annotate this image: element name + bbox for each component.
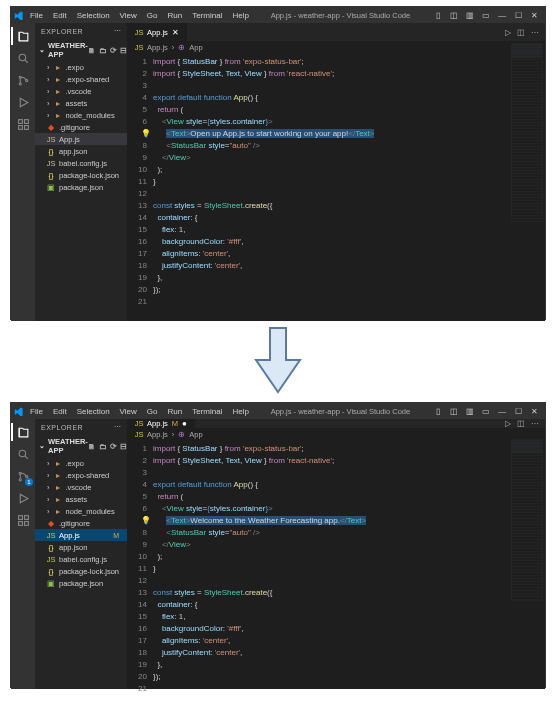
tree-item[interactable]: JS babel.config.js (35, 157, 127, 169)
run-debug-icon[interactable] (16, 491, 30, 505)
menu-item[interactable]: View (115, 11, 142, 20)
more-actions-icon[interactable]: ⋯ (531, 419, 539, 428)
close-tab-icon[interactable]: ✕ (172, 28, 179, 37)
tree-item[interactable]: JS App.js M (35, 529, 127, 541)
code-area[interactable]: 123456789101112131415161718192021import … (127, 441, 545, 694)
menu-item[interactable]: Edit (48, 11, 72, 20)
search-icon[interactable] (16, 447, 30, 461)
tree-item[interactable]: ▣ package.json (35, 577, 127, 589)
line-numbers: 123456789101112131415161718192021 (127, 441, 153, 694)
tree-item[interactable]: › ▸ node_modules (35, 505, 127, 517)
tree-item[interactable]: › ▸ assets (35, 97, 127, 109)
explorer-icon[interactable] (16, 29, 30, 43)
breadcrumb-item[interactable]: App (189, 430, 202, 439)
menu-item[interactable]: Help (227, 407, 253, 416)
source-control-icon[interactable] (16, 73, 30, 87)
menu-item[interactable]: Go (142, 11, 163, 20)
tree-item[interactable]: {} package-lock.json (35, 565, 127, 577)
breadcrumbs[interactable]: JS App.js › ⊕ App (127, 428, 545, 441)
breadcrumb-item[interactable]: App.js (147, 43, 168, 52)
refresh-icon[interactable]: ⟳ (110, 442, 117, 451)
tree-item[interactable]: › ▸ .expo-shared (35, 73, 127, 85)
menu-item[interactable]: Terminal (187, 407, 227, 416)
tree-item[interactable]: {} app.json (35, 145, 127, 157)
lightbulb-icon[interactable]: 💡 (141, 515, 151, 527)
menu-item[interactable]: Selection (72, 11, 115, 20)
extensions-icon[interactable] (16, 513, 30, 527)
new-file-icon[interactable]: 🗎 (88, 46, 96, 55)
close-icon[interactable]: ✕ (529, 11, 539, 20)
tree-item[interactable]: ◆ .gitignore (35, 121, 127, 133)
explorer-icon[interactable] (16, 425, 30, 439)
more-icon[interactable]: ⋯ (114, 27, 122, 35)
lightbulb-icon[interactable]: 💡 (141, 128, 151, 140)
new-folder-icon[interactable]: 🗀 (99, 442, 107, 451)
toggle-layout-icon[interactable]: ▥ (465, 407, 475, 416)
breadcrumbs[interactable]: JS App.js › ⊕ App (127, 41, 545, 54)
run-icon[interactable]: ▷ (505, 419, 511, 428)
tree-item[interactable]: {} package-lock.json (35, 169, 127, 181)
menu-item[interactable]: Go (142, 407, 163, 416)
tree-item[interactable]: ▣ package.json (35, 181, 127, 193)
menu-item[interactable]: Run (162, 11, 187, 20)
run-icon[interactable]: ▷ (505, 28, 511, 37)
tree-item[interactable]: › ▸ assets (35, 493, 127, 505)
new-file-icon[interactable]: 🗎 (88, 442, 96, 451)
tab[interactable]: JS App.js M ● (127, 419, 196, 428)
code-lines[interactable]: import { StatusBar } from 'expo-status-b… (153, 441, 545, 694)
dirty-indicator-icon[interactable]: ● (182, 419, 187, 428)
split-editor-icon[interactable]: ◫ (517, 28, 525, 37)
toggle-right-icon[interactable]: ▭ (481, 11, 491, 20)
tree-item[interactable]: › ▸ .expo (35, 457, 127, 469)
breadcrumb-item[interactable]: App.js (147, 430, 168, 439)
extensions-icon[interactable] (16, 117, 30, 131)
new-folder-icon[interactable]: 🗀 (99, 46, 107, 55)
menu-item[interactable]: File (25, 11, 48, 20)
code-area[interactable]: 123456789101112131415161718192021import … (127, 54, 545, 310)
menu-item[interactable]: Run (162, 407, 187, 416)
more-actions-icon[interactable]: ⋯ (531, 28, 539, 37)
tree-item[interactable]: {} app.json (35, 541, 127, 553)
collapse-icon[interactable]: ⊟ (120, 46, 127, 55)
split-editor-icon[interactable]: ◫ (517, 419, 525, 428)
maximize-icon[interactable]: ☐ (513, 407, 523, 416)
tree-item[interactable]: JS App.js (35, 133, 127, 145)
menu-item[interactable]: Selection (72, 407, 115, 416)
refresh-icon[interactable]: ⟳ (110, 46, 117, 55)
toggle-panel-icon[interactable]: ▯ (433, 407, 443, 416)
more-icon[interactable]: ⋯ (114, 423, 122, 431)
menu-item[interactable]: Terminal (187, 11, 227, 20)
minimize-icon[interactable]: — (497, 11, 507, 20)
menu-item[interactable]: View (115, 407, 142, 416)
menu-item[interactable]: Help (227, 11, 253, 20)
modified-indicator: M (113, 532, 123, 539)
collapse-icon[interactable]: ⊟ (120, 442, 127, 451)
source-control-icon[interactable]: 1 (16, 469, 30, 483)
menu-item[interactable]: File (25, 407, 48, 416)
toggle-sidebar-icon[interactable]: ◫ (449, 407, 459, 416)
tree-item[interactable]: › ▸ .vscode (35, 481, 127, 493)
run-debug-icon[interactable] (16, 95, 30, 109)
toggle-sidebar-icon[interactable]: ◫ (449, 11, 459, 20)
tab[interactable]: JS App.js ✕ (127, 23, 188, 41)
search-icon[interactable] (16, 51, 30, 65)
toggle-layout-icon[interactable]: ▥ (465, 11, 475, 20)
maximize-icon[interactable]: ☐ (513, 11, 523, 20)
menu-item[interactable]: Edit (48, 407, 72, 416)
project-header[interactable]: ⌄ WEATHER-APP 🗎 🗀 ⟳ ⊟ (35, 435, 127, 457)
tree-item[interactable]: ◆ .gitignore (35, 517, 127, 529)
breadcrumb-item[interactable]: App (189, 43, 202, 52)
minimize-icon[interactable]: — (497, 407, 507, 416)
tree-item[interactable]: JS babel.config.js (35, 553, 127, 565)
tree-item[interactable]: › ▸ .vscode (35, 85, 127, 97)
tree-item-label: package.json (59, 183, 103, 192)
toggle-panel-icon[interactable]: ▯ (433, 11, 443, 20)
project-header[interactable]: ⌄ WEATHER-APP 🗎 🗀 ⟳ ⊟ (35, 39, 127, 61)
tree-item[interactable]: › ▸ .expo-shared (35, 469, 127, 481)
close-icon[interactable]: ✕ (529, 407, 539, 416)
toggle-right-icon[interactable]: ▭ (481, 407, 491, 416)
tree-item[interactable]: › ▸ node_modules (35, 109, 127, 121)
chevron-right-icon: › (172, 43, 175, 52)
tree-item[interactable]: › ▸ .expo (35, 61, 127, 73)
code-lines[interactable]: import { StatusBar } from 'expo-status-b… (153, 54, 545, 310)
